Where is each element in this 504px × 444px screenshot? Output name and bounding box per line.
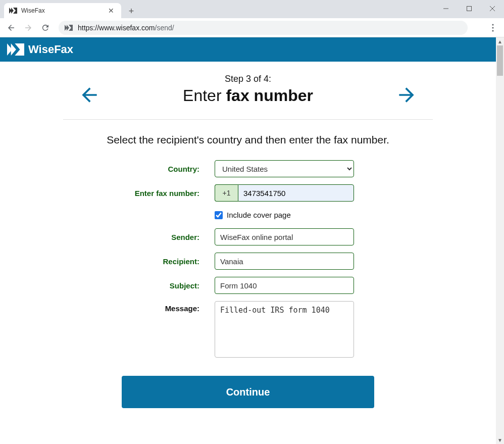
fax-number-input[interactable] [238,184,354,202]
tab-favicon-icon [9,7,17,15]
prev-step-button[interactable] [78,84,100,108]
message-label: Message: [63,301,215,313]
next-step-button[interactable] [395,84,418,108]
window-minimize-button[interactable] [434,0,458,17]
include-cover-checkbox[interactable] [215,211,223,219]
sender-label: Sender: [63,233,215,241]
wisefax-logo-icon [7,43,24,56]
site-identity-icon [65,25,73,31]
url-host: https://www.wisefax.com [78,24,155,32]
url-path: /send/ [155,24,174,32]
country-code-prefix: +1 [215,184,238,202]
recipient-label: Recipient: [63,257,215,266]
window-maximize-button[interactable] [458,0,481,17]
subject-label: Subject: [63,281,215,290]
back-button[interactable] [4,21,18,35]
browser-tab-bar: WiseFax ✕ + [0,0,504,18]
message-textarea[interactable] [215,301,354,358]
subject-input[interactable] [215,277,354,294]
window-controls [434,0,504,17]
svg-rect-1 [467,7,472,11]
svg-point-6 [492,30,493,31]
vertical-scrollbar[interactable]: ▲ ▼ [496,37,504,444]
recipient-input[interactable] [215,253,354,270]
tab-close-icon[interactable]: ✕ [106,7,116,15]
address-bar[interactable]: https://www.wisefax.com/send/ [59,21,468,35]
step-indicator: Step 3 of 4: [63,74,433,84]
instruction-text: Select the recipient's country and then … [0,134,496,146]
browser-menu-button[interactable] [486,21,500,35]
divider [63,119,433,120]
include-cover-label: Include cover page [227,211,291,219]
reload-button[interactable] [38,21,53,35]
page-viewport: WiseFax Step 3 of 4: Enter fax number Se… [0,37,504,444]
new-tab-button[interactable]: + [124,4,138,18]
svg-point-5 [492,27,493,28]
page-title: Enter fax number [63,86,433,105]
country-label: Country: [63,165,215,173]
tab-title: WiseFax [21,7,106,14]
country-select[interactable]: United States [215,160,354,177]
window-close-button[interactable] [481,0,504,17]
scroll-up-icon[interactable]: ▲ [496,37,504,45]
fax-label: Enter fax number: [63,189,215,198]
continue-button[interactable]: Continue [122,376,374,408]
scrollbar-thumb[interactable] [497,45,503,76]
fax-form: Country: United States Enter fax number:… [63,160,433,408]
browser-tab[interactable]: WiseFax ✕ [4,3,121,18]
browser-toolbar: https://www.wisefax.com/send/ [0,18,504,37]
forward-button[interactable] [21,21,35,35]
sender-input[interactable] [215,228,354,245]
svg-point-4 [492,24,493,25]
site-header: WiseFax [0,37,496,62]
scroll-down-icon[interactable]: ▼ [496,436,504,444]
site-brand-text: WiseFax [28,43,73,56]
site-logo[interactable]: WiseFax [7,43,73,56]
